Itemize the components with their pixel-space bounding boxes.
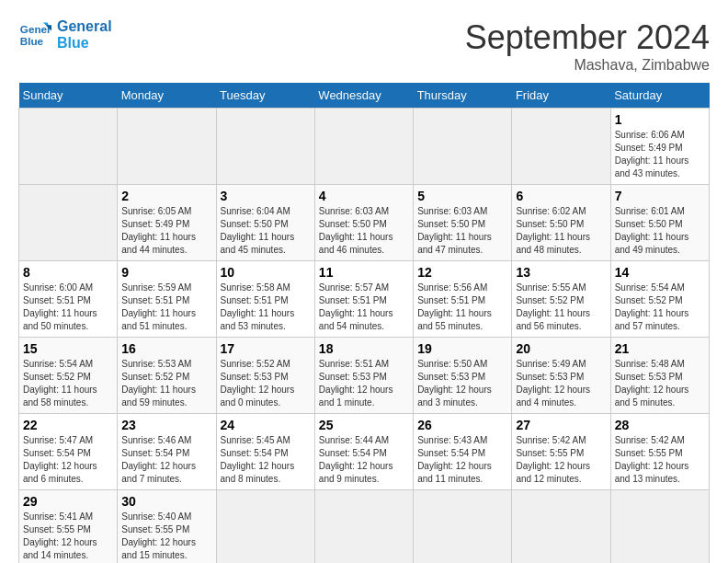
- calendar-cell: 1Sunrise: 6:06 AMSunset: 5:49 PMDaylight…: [610, 109, 709, 185]
- location-label: Mashava, Zimbabwe: [465, 57, 710, 74]
- day-number: 23: [121, 418, 211, 432]
- day-number: 27: [516, 418, 606, 432]
- calendar-cell: 11Sunrise: 5:57 AMSunset: 5:51 PMDayligh…: [314, 261, 413, 338]
- calendar-cell: 2Sunrise: 6:05 AMSunset: 5:49 PMDaylight…: [118, 185, 216, 261]
- calendar-cell: [414, 490, 512, 564]
- calendar-cell: 26Sunrise: 5:43 AMSunset: 5:54 PMDayligh…: [414, 414, 512, 490]
- calendar-cell: 12Sunrise: 5:56 AMSunset: 5:51 PMDayligh…: [414, 261, 512, 338]
- calendar-cell: 19Sunrise: 5:50 AMSunset: 5:53 PMDayligh…: [414, 338, 512, 414]
- day-of-week-header: Saturday: [610, 83, 709, 109]
- day-number: 12: [417, 265, 507, 280]
- day-info: Sunrise: 5:47 AMSunset: 5:54 PMDaylight:…: [23, 434, 113, 486]
- day-number: 7: [615, 189, 705, 203]
- calendar-cell: [414, 109, 512, 185]
- day-of-week-header: Monday: [118, 83, 216, 109]
- calendar-cell: 30Sunrise: 5:40 AMSunset: 5:55 PMDayligh…: [118, 490, 216, 564]
- day-info: Sunrise: 6:03 AMSunset: 5:50 PMDaylight:…: [319, 205, 409, 257]
- calendar-cell: [314, 109, 413, 185]
- day-number: 18: [319, 341, 409, 356]
- calendar-cell: 28Sunrise: 5:42 AMSunset: 5:55 PMDayligh…: [610, 414, 709, 490]
- day-number: 20: [516, 341, 606, 356]
- day-info: Sunrise: 5:44 AMSunset: 5:54 PMDaylight:…: [319, 434, 409, 486]
- day-info: Sunrise: 6:05 AMSunset: 5:49 PMDaylight:…: [121, 205, 211, 257]
- day-info: Sunrise: 5:49 AMSunset: 5:53 PMDaylight:…: [516, 358, 606, 409]
- calendar-cell: 21Sunrise: 5:48 AMSunset: 5:53 PMDayligh…: [610, 338, 709, 414]
- day-number: 16: [121, 341, 211, 356]
- day-number: 2: [121, 189, 211, 203]
- day-info: Sunrise: 6:06 AMSunset: 5:49 PMDaylight:…: [615, 129, 705, 180]
- day-number: 9: [121, 265, 211, 280]
- day-number: 4: [319, 189, 409, 203]
- day-number: 22: [23, 418, 113, 432]
- calendar-cell: 6Sunrise: 6:02 AMSunset: 5:50 PMDaylight…: [512, 185, 610, 261]
- calendar-cell: 25Sunrise: 5:44 AMSunset: 5:54 PMDayligh…: [314, 414, 413, 490]
- day-number: 26: [417, 418, 507, 432]
- calendar-cell: 15Sunrise: 5:54 AMSunset: 5:52 PMDayligh…: [19, 338, 118, 414]
- day-number: 28: [615, 418, 705, 432]
- calendar-cell: 14Sunrise: 5:54 AMSunset: 5:52 PMDayligh…: [610, 261, 709, 338]
- day-of-week-header: Sunday: [19, 83, 118, 109]
- calendar-cell: [512, 490, 610, 564]
- calendar-cell: [216, 109, 314, 185]
- calendar-week-row: 8Sunrise: 6:00 AMSunset: 5:51 PMDaylight…: [19, 261, 710, 338]
- day-info: Sunrise: 5:46 AMSunset: 5:54 PMDaylight:…: [121, 434, 211, 486]
- calendar-cell: [118, 109, 216, 185]
- day-number: 8: [23, 265, 113, 280]
- day-info: Sunrise: 5:58 AMSunset: 5:51 PMDaylight:…: [221, 282, 311, 333]
- day-info: Sunrise: 6:03 AMSunset: 5:50 PMDaylight:…: [417, 205, 507, 257]
- day-number: 5: [417, 189, 507, 203]
- calendar-cell: 4Sunrise: 6:03 AMSunset: 5:50 PMDaylight…: [314, 185, 413, 261]
- calendar-cell: [610, 490, 709, 564]
- day-of-week-header: Thursday: [414, 83, 512, 109]
- calendar-week-row: 22Sunrise: 5:47 AMSunset: 5:54 PMDayligh…: [19, 414, 710, 490]
- day-of-week-header: Wednesday: [314, 83, 413, 109]
- day-number: 14: [615, 265, 705, 280]
- day-info: Sunrise: 5:56 AMSunset: 5:51 PMDaylight:…: [417, 282, 507, 333]
- calendar-cell: 27Sunrise: 5:42 AMSunset: 5:55 PMDayligh…: [512, 414, 610, 490]
- day-info: Sunrise: 5:42 AMSunset: 5:55 PMDaylight:…: [615, 434, 705, 486]
- day-number: 1: [615, 112, 705, 127]
- calendar-cell: 17Sunrise: 5:52 AMSunset: 5:53 PMDayligh…: [216, 338, 314, 414]
- day-number: 30: [121, 494, 211, 509]
- calendar-cell: 8Sunrise: 6:00 AMSunset: 5:51 PMDaylight…: [19, 261, 118, 338]
- day-number: 13: [516, 265, 606, 280]
- day-info: Sunrise: 5:40 AMSunset: 5:55 PMDaylight:…: [121, 511, 211, 562]
- day-info: Sunrise: 5:45 AMSunset: 5:54 PMDaylight:…: [221, 434, 311, 486]
- day-info: Sunrise: 5:51 AMSunset: 5:53 PMDaylight:…: [319, 358, 409, 409]
- page-header: General Blue General Blue September 2024…: [18, 18, 710, 74]
- calendar-cell: [314, 490, 413, 564]
- calendar-header-row: SundayMondayTuesdayWednesdayThursdayFrid…: [19, 83, 710, 109]
- calendar-cell: 5Sunrise: 6:03 AMSunset: 5:50 PMDaylight…: [414, 185, 512, 261]
- day-info: Sunrise: 5:54 AMSunset: 5:52 PMDaylight:…: [615, 282, 705, 333]
- day-info: Sunrise: 5:42 AMSunset: 5:55 PMDaylight:…: [516, 434, 606, 486]
- calendar-cell: 9Sunrise: 5:59 AMSunset: 5:51 PMDaylight…: [118, 261, 216, 338]
- calendar-cell: 29Sunrise: 5:41 AMSunset: 5:55 PMDayligh…: [19, 490, 118, 564]
- calendar-cell: 24Sunrise: 5:45 AMSunset: 5:54 PMDayligh…: [216, 414, 314, 490]
- day-of-week-header: Friday: [512, 83, 610, 109]
- day-number: 19: [417, 341, 507, 356]
- day-number: 25: [319, 418, 409, 432]
- day-number: 29: [23, 494, 113, 509]
- calendar-cell: 22Sunrise: 5:47 AMSunset: 5:54 PMDayligh…: [19, 414, 118, 490]
- calendar-cell: 13Sunrise: 5:55 AMSunset: 5:52 PMDayligh…: [512, 261, 610, 338]
- title-block: September 2024 Mashava, Zimbabwe: [465, 18, 710, 74]
- day-number: 3: [221, 189, 311, 203]
- day-info: Sunrise: 5:59 AMSunset: 5:51 PMDaylight:…: [121, 282, 211, 333]
- calendar-week-row: 2Sunrise: 6:05 AMSunset: 5:49 PMDaylight…: [19, 185, 710, 261]
- day-info: Sunrise: 6:04 AMSunset: 5:50 PMDaylight:…: [221, 205, 311, 257]
- day-info: Sunrise: 5:48 AMSunset: 5:53 PMDaylight:…: [615, 358, 705, 409]
- calendar-table: SundayMondayTuesdayWednesdayThursdayFrid…: [18, 83, 710, 563]
- day-info: Sunrise: 6:02 AMSunset: 5:50 PMDaylight:…: [516, 205, 606, 257]
- logo-icon: General Blue: [18, 18, 51, 52]
- day-info: Sunrise: 5:43 AMSunset: 5:54 PMDaylight:…: [417, 434, 507, 486]
- day-number: 17: [221, 341, 311, 356]
- day-number: 6: [516, 189, 606, 203]
- day-info: Sunrise: 5:54 AMSunset: 5:52 PMDaylight:…: [23, 358, 113, 409]
- day-info: Sunrise: 5:55 AMSunset: 5:52 PMDaylight:…: [516, 282, 606, 333]
- day-info: Sunrise: 5:57 AMSunset: 5:51 PMDaylight:…: [319, 282, 409, 333]
- day-number: 11: [319, 265, 409, 280]
- calendar-cell: 16Sunrise: 5:53 AMSunset: 5:52 PMDayligh…: [118, 338, 216, 414]
- day-number: 21: [615, 341, 705, 356]
- logo-general: General: [57, 18, 112, 35]
- calendar-week-row: 1Sunrise: 6:06 AMSunset: 5:49 PMDaylight…: [19, 109, 710, 185]
